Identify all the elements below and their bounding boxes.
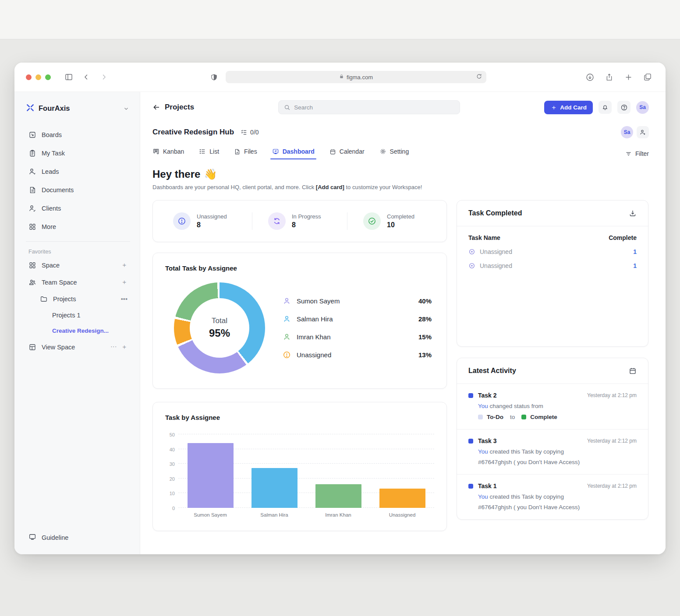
workspace-switcher[interactable]: FourAxis (25, 102, 131, 114)
filter-button[interactable]: Filter (625, 148, 649, 159)
add-card-label: Add Card (560, 104, 587, 111)
sidebar-item-guideline[interactable]: Guideline (25, 529, 131, 546)
client-person-icon (28, 204, 36, 212)
workspace-name: FourAxis (39, 104, 119, 113)
bar-sumon-sayem[interactable] (188, 443, 234, 508)
tab-setting[interactable]: Setting (379, 148, 409, 159)
y-tick-label: 20 (170, 476, 175, 482)
shield-icon[interactable] (207, 70, 220, 84)
help-button[interactable] (617, 101, 630, 114)
task-color-icon (468, 439, 473, 444)
sidebar-item-projects[interactable]: Projects ••• (25, 291, 131, 307)
activity-time: Yesterday at 2:12 pm (587, 438, 637, 444)
share-icon[interactable] (602, 70, 616, 84)
bar-unassigned[interactable] (379, 489, 425, 508)
search-bar[interactable] (278, 100, 460, 114)
minimize-window-button[interactable] (35, 74, 41, 80)
activity-item[interactable]: Task 2 Yesterday at 2:12 pm You changed … (457, 384, 648, 429)
tab-dashboard[interactable]: Dashboard (272, 148, 315, 159)
x-category-label: Unassigned (370, 512, 434, 517)
donut-center-value: 95% (209, 327, 230, 339)
bar-imran-khan[interactable] (315, 484, 361, 508)
activity-task-name: Task 2 (478, 392, 497, 399)
table-row[interactable]: Unassigned 1 (468, 262, 637, 269)
tab-overview-icon[interactable] (641, 70, 654, 84)
stat-label: Unassigned (197, 213, 227, 220)
sidebar-item-label: Clients (42, 205, 61, 212)
tab-label: Kanban (163, 148, 184, 155)
add-team-space-icon[interactable]: ＋ (121, 278, 128, 286)
sidebar-item-label: My Task (42, 150, 65, 157)
page-top-band (0, 0, 680, 39)
chevron-down-icon[interactable] (123, 106, 129, 112)
sidebar-item-leads[interactable]: Leads (25, 163, 131, 180)
legend-value: 40% (418, 297, 432, 305)
close-window-button[interactable] (26, 74, 32, 80)
table-row[interactable]: Unassigned 1 (468, 248, 637, 255)
bar-slot (306, 434, 370, 508)
back-icon[interactable] (80, 70, 93, 84)
activity-item[interactable]: Task 3 Yesterday at 2:12 pm You created … (457, 429, 648, 474)
calendar-icon[interactable] (629, 367, 637, 375)
bar-salman-hira[interactable] (251, 468, 298, 508)
document-icon (28, 186, 36, 194)
view-space-menu-icon[interactable]: ··· (110, 343, 117, 351)
donut-card: Total Task by Assignee Total 95% (152, 253, 447, 389)
main-header: Projects ＋ Add Card (152, 92, 649, 123)
search-input[interactable] (294, 104, 454, 111)
tree-item-label: Projects (53, 296, 76, 303)
notifications-button[interactable] (599, 101, 612, 114)
zoom-window-button[interactable] (45, 74, 51, 80)
sidebar-item-projects-1[interactable]: Projects 1 (25, 307, 131, 323)
stat-completed: Completed 10 (347, 212, 442, 230)
sidebar-item-creative-redesign[interactable]: Creative Redesign... (25, 323, 131, 338)
browser-window: figma.com (14, 63, 666, 554)
tree-item-label: Team Space (42, 279, 77, 286)
activity-action: created this Task by copying (490, 493, 564, 500)
sidebar-item-space[interactable]: Space ＋ (25, 257, 131, 274)
invite-member-button[interactable] (637, 126, 649, 138)
circle-dot-icon (468, 248, 475, 255)
sidebar-toggle-icon[interactable] (62, 70, 75, 84)
gear-icon (379, 148, 386, 155)
activity-item[interactable]: Task 1 Yesterday at 2:12 pm You created … (457, 474, 648, 519)
sidebar-item-view-space[interactable]: View Space ···＋ (25, 338, 131, 356)
person-icon (283, 297, 291, 305)
bar-bars (178, 434, 434, 508)
task-completed-card: Task Completed Task Name Complete (457, 200, 648, 347)
user-avatar[interactable]: Sa (636, 101, 649, 114)
download-icon[interactable] (629, 209, 637, 217)
add-space-icon[interactable]: ＋ (121, 261, 128, 269)
legend-value: 13% (418, 351, 432, 359)
sidebar-item-team-space[interactable]: Team Space ＋ (25, 274, 131, 291)
tab-kanban[interactable]: Kanban (152, 148, 184, 159)
tab-calendar[interactable]: Calendar (329, 148, 365, 159)
bar-slot (370, 434, 434, 508)
hub-title-row: Creative Redesign Hub 0/0 Sa (152, 126, 649, 138)
wave-emoji: 👋 (204, 168, 217, 180)
back-to-projects[interactable]: Projects (152, 103, 194, 112)
add-card-button[interactable]: ＋ Add Card (544, 101, 593, 114)
tab-list[interactable]: List (199, 148, 219, 159)
sidebar-item-documents[interactable]: Documents (25, 182, 131, 198)
legend-name: Unassigned (297, 351, 331, 359)
address-bar[interactable]: figma.com (226, 71, 486, 83)
sidebar-item-my-task[interactable]: My Task (25, 145, 131, 162)
member-avatar[interactable]: Sa (621, 126, 633, 138)
sidebar-item-clients[interactable]: Clients (25, 200, 131, 217)
projects-menu-icon[interactable]: ••• (121, 296, 128, 303)
forward-icon[interactable] (97, 70, 110, 84)
greeting: Hey there 👋 (152, 168, 649, 180)
stats-card: Unassigned 8 In Progress 8 (152, 200, 447, 242)
reload-icon[interactable] (476, 73, 482, 81)
add-view-space-icon[interactable]: ＋ (121, 343, 128, 351)
view-space-icon (28, 343, 36, 351)
activity-task-name: Task 3 (478, 437, 497, 444)
sidebar-item-more[interactable]: More (25, 218, 131, 235)
tab-label: Calendar (340, 148, 365, 155)
tab-files[interactable]: Files (234, 148, 257, 159)
y-tick-label: 30 (170, 461, 175, 467)
new-tab-icon[interactable] (622, 70, 635, 84)
sidebar-item-boards[interactable]: Boards (25, 127, 131, 143)
downloads-icon[interactable] (583, 70, 596, 84)
